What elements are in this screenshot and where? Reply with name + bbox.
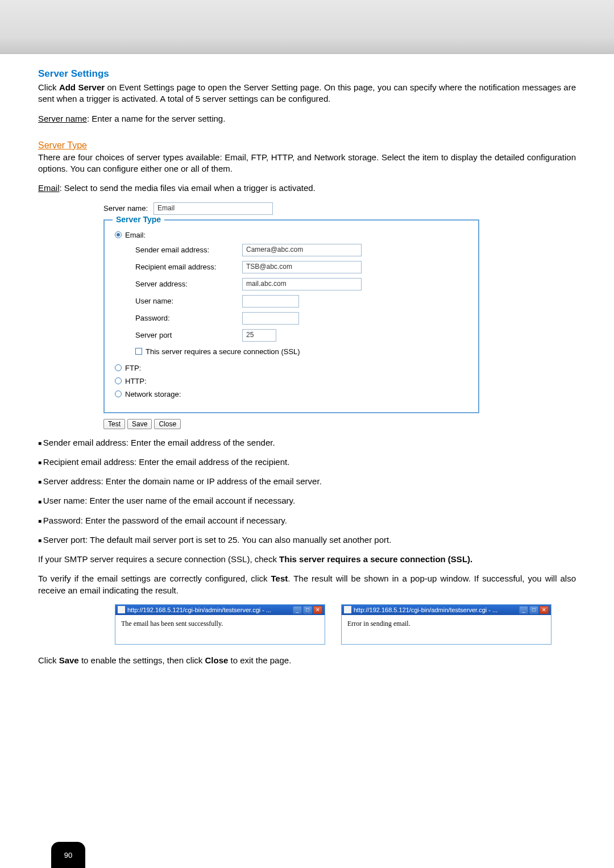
maximize-icon[interactable]: □ <box>303 606 312 614</box>
bullet-sender: Sender email address: Enter the email ad… <box>38 437 576 448</box>
radio-email[interactable] <box>115 231 122 238</box>
form-buttons-row: Test Save Close <box>103 419 576 429</box>
sender-input[interactable]: Camera@abc.com <box>242 244 362 256</box>
closing-paragraph: Click Save to enable the settings, then … <box>38 655 576 666</box>
popup-error-title: http://192.168.5.121/cgi-bin/admin/tests… <box>354 607 497 613</box>
close-button[interactable]: Close <box>154 419 181 429</box>
email-label: Email <box>38 183 60 193</box>
popup-success-titlebar: http://192.168.5.121/cgi-bin/admin/tests… <box>115 605 325 615</box>
server-name-label: Server name <box>38 114 87 123</box>
user-input[interactable] <box>242 295 299 308</box>
server-type-fieldset: Server Type Email: Sender email address:… <box>103 219 479 413</box>
port-label: Server port <box>135 331 238 339</box>
radio-ftp[interactable] <box>115 364 122 371</box>
radio-email-row[interactable]: Email: <box>115 231 468 239</box>
closing-suffix: to exit the page. <box>228 655 291 665</box>
ssl-paragraph: If your SMTP server requires a secure co… <box>38 554 576 565</box>
server-addr-label: Server address: <box>135 280 238 288</box>
minimize-icon[interactable]: _ <box>519 606 528 614</box>
top-gradient-band <box>0 0 614 54</box>
sender-label: Sender email address: <box>135 246 238 254</box>
recipient-input[interactable]: TSB@abc.com <box>242 261 362 273</box>
user-label: User name: <box>135 297 238 305</box>
form-server-name-label: Server name: <box>103 204 148 213</box>
ssl-bold: This server requires a secure connection… <box>279 554 472 564</box>
bullet-password: Password: Enter the password of the emai… <box>38 515 576 526</box>
popup-screenshots: http://192.168.5.121/cgi-bin/admin/tests… <box>115 604 576 645</box>
intro-p1-prefix: Click <box>38 82 59 92</box>
popup-success-body: The email has been sent successfully. <box>115 615 325 644</box>
pass-input[interactable] <box>242 312 299 325</box>
ssl-label: This server requires a secure connection… <box>146 347 300 356</box>
radio-network-label: Network storage: <box>125 390 181 398</box>
radio-email-label: Email: <box>125 231 146 239</box>
ssl-checkbox-row[interactable]: This server requires a secure connection… <box>135 347 468 356</box>
intro-p1-addserver: Add Server <box>59 82 105 92</box>
bullet-server-port: Server port: The default mail server por… <box>38 534 576 546</box>
pass-label: Password: <box>135 314 238 322</box>
ie-icon <box>118 606 125 613</box>
popup-success-title: http://192.168.5.121/cgi-bin/admin/tests… <box>127 607 271 613</box>
email-line: Email: Select to send the media files vi… <box>38 182 576 194</box>
ie-icon <box>344 606 351 613</box>
intro-p1-suffix: on Event Settings page to open the Serve… <box>38 82 576 103</box>
radio-http-label: HTTP: <box>125 377 147 385</box>
intro-paragraph-1: Click Add Server on Event Settings page … <box>38 82 576 105</box>
server-addr-input[interactable]: mail.abc.com <box>242 278 362 290</box>
radio-network-row[interactable]: Network storage: <box>115 390 468 398</box>
radio-http[interactable] <box>115 377 122 384</box>
bullet-user-name: User name: Enter the user name of the em… <box>38 495 576 506</box>
popup-error: http://192.168.5.121/cgi-bin/admin/tests… <box>341 604 551 645</box>
ssl-checkbox[interactable] <box>135 348 142 355</box>
server-name-input[interactable]: Email <box>154 202 273 215</box>
fieldset-legend: Server Type <box>113 215 164 224</box>
popup-error-titlebar: http://192.168.5.121/cgi-bin/admin/tests… <box>342 605 551 615</box>
verify-prefix: To verify if the email settings are corr… <box>38 574 271 583</box>
page-content: Server Settings Click Add Server on Even… <box>0 54 614 697</box>
heading-server-type: Server Type <box>38 140 576 151</box>
close-icon[interactable]: ✕ <box>540 606 549 614</box>
closing-mid: to enable the settings, then click <box>79 655 205 665</box>
test-button[interactable]: Test <box>103 419 125 429</box>
maximize-icon[interactable]: □ <box>529 606 538 614</box>
radio-network[interactable] <box>115 391 122 397</box>
verify-test: Test <box>271 574 288 583</box>
minimize-icon[interactable]: _ <box>293 606 302 614</box>
ssl-prefix: If your SMTP server requires a secure co… <box>38 554 279 564</box>
form-server-name-row: Server name: Email <box>103 202 576 215</box>
close-icon[interactable]: ✕ <box>313 606 322 614</box>
radio-ftp-label: FTP: <box>125 364 141 372</box>
email-text: : Select to send the media files via ema… <box>60 183 316 193</box>
closing-prefix: Click <box>38 655 59 665</box>
server-name-text: : Enter a name for the server setting. <box>87 114 225 123</box>
closing-save: Save <box>59 655 79 665</box>
bullet-list: Sender email address: Enter the email ad… <box>38 437 576 546</box>
port-input[interactable]: 25 <box>242 329 276 342</box>
email-fields-grid: Sender email address: Camera@abc.com Rec… <box>135 244 468 342</box>
server-name-line: Server name: Enter a name for the server… <box>38 113 576 124</box>
radio-http-row[interactable]: HTTP: <box>115 377 468 385</box>
radio-ftp-row[interactable]: FTP: <box>115 364 468 372</box>
save-button[interactable]: Save <box>127 419 152 429</box>
popup-error-body: Error in sending email. <box>342 615 551 644</box>
verify-paragraph: To verify if the email settings are corr… <box>38 573 576 596</box>
popup-success: http://192.168.5.121/cgi-bin/admin/tests… <box>115 604 325 645</box>
server-types-paragraph: There are four choices of server types a… <box>38 152 576 175</box>
bullet-server-address: Server address: Enter the domain name or… <box>38 476 576 487</box>
recipient-label: Recipient email address: <box>135 263 238 271</box>
bullet-recipient: Recipient email address: Enter the email… <box>38 456 576 468</box>
heading-server-settings: Server Settings <box>38 68 576 80</box>
closing-close: Close <box>205 655 229 665</box>
